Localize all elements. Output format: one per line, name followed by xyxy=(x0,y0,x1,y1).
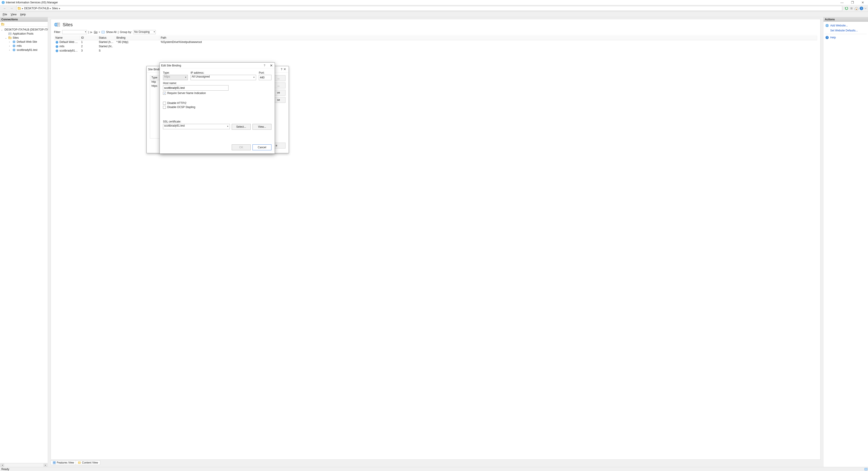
dialog-close-button[interactable]: ✕ xyxy=(268,63,275,68)
site-row[interactable]: scottbrady91.test 3 S xyxy=(54,49,817,53)
window-close-button[interactable]: ✕ xyxy=(858,0,868,5)
globe-icon xyxy=(12,48,16,52)
window-maximize-button[interactable]: ❐ xyxy=(847,0,858,5)
groupby-select[interactable]: No Grouping xyxy=(133,30,156,34)
tree-site-mtls[interactable]: › mtls xyxy=(1,44,47,48)
col-status[interactable]: Status xyxy=(97,36,115,40)
port-input[interactable] xyxy=(259,75,272,80)
col-id[interactable]: ID xyxy=(80,36,97,40)
page-title: Sites xyxy=(63,22,72,27)
actions-panel: Actions Add Website... Set Website Defau… xyxy=(823,17,868,467)
site-row[interactable]: Default Web Site 1 Started (ht... *:80 (… xyxy=(54,40,817,44)
tree-sites[interactable]: ⌄ Sites xyxy=(1,36,47,40)
connections-folder-icon[interactable] xyxy=(1,22,4,26)
tab-features-view[interactable]: Features View xyxy=(51,460,76,465)
cancel-button[interactable]: Cancel xyxy=(252,145,272,150)
tree-site-label: scottbrady91.test xyxy=(17,49,37,52)
svg-rect-32 xyxy=(55,463,56,464)
ssl-select-button[interactable]: Select... xyxy=(232,124,251,130)
hostname-input[interactable] xyxy=(163,85,228,91)
nav-forward-button[interactable]: → xyxy=(8,6,15,11)
action-label: Set Website Defaults... xyxy=(830,29,858,32)
action-help[interactable]: ? Help xyxy=(825,35,867,40)
dialog-help-button[interactable]: ? xyxy=(281,68,282,71)
globe-icon xyxy=(55,45,59,48)
nav-help-dropdown-icon[interactable] xyxy=(864,6,867,10)
scroll-right-button[interactable]: ▸ xyxy=(43,464,47,467)
expander-icon[interactable]: ⌄ xyxy=(1,29,3,31)
show-all-button[interactable]: Show All xyxy=(106,31,116,34)
tab-label: Content View xyxy=(82,461,98,464)
filter-input[interactable] xyxy=(62,30,87,34)
svg-rect-8 xyxy=(1,23,3,24)
menu-bar: File View Help xyxy=(0,12,868,17)
status-text: Ready xyxy=(1,467,9,471)
type-label: Type: xyxy=(163,71,188,74)
filter-go-dropdown-icon[interactable]: ▾ xyxy=(99,31,100,34)
breadcrumb[interactable]: ▸ DESKTOP-ITA7HLB ▸ Sites ▸ xyxy=(16,6,842,11)
expander-icon[interactable]: ⌄ xyxy=(5,37,7,39)
menu-view[interactable]: View xyxy=(9,12,18,17)
groupby-label: Group by: xyxy=(120,31,132,34)
menu-file[interactable]: File xyxy=(1,12,8,17)
sni-checkbox-row[interactable]: ✓ Require Server Name Indication xyxy=(163,92,272,95)
workspace: Connections ⌄ DESKTOP-ITA7HLB (DESKTOP-I… xyxy=(0,17,868,467)
ip-address-select[interactable]: All Unassigned xyxy=(191,75,256,80)
action-add-website[interactable]: Add Website... xyxy=(825,23,867,28)
tree-hscroll[interactable]: ◂ ▸ xyxy=(0,463,48,467)
nav-home-icon[interactable] xyxy=(855,6,859,10)
nav-back-button[interactable]: ← xyxy=(1,6,8,11)
ssl-cert-label: SSL certificate: xyxy=(163,120,181,123)
dialog-titlebar[interactable]: Edit Site Binding ? ✕ xyxy=(160,63,275,68)
menu-help[interactable]: Help xyxy=(19,12,27,17)
svg-point-27 xyxy=(56,45,58,48)
status-config-icon[interactable] xyxy=(864,467,868,471)
site-path xyxy=(159,44,817,49)
dialog-close-button[interactable]: ✕ xyxy=(282,67,287,72)
connections-toolbar xyxy=(0,22,48,27)
tree-app-pools-label: Application Pools xyxy=(13,32,33,35)
site-id: 2 xyxy=(80,44,97,49)
col-path[interactable]: Path xyxy=(159,36,817,40)
dialog-title: Site Bindi xyxy=(148,68,160,71)
breadcrumb-sep-icon: ▸ xyxy=(59,7,60,10)
breadcrumb-sites[interactable]: Sites xyxy=(51,7,59,10)
action-set-defaults[interactable]: Set Website Defaults... xyxy=(825,28,867,33)
tree-app-pools[interactable]: Application Pools xyxy=(1,32,47,36)
breadcrumb-host[interactable]: DESKTOP-ITA7HLB xyxy=(23,7,50,10)
disable-http2-checkbox[interactable] xyxy=(163,102,166,105)
disable-ocsp-row[interactable]: Disable OCSP Stapling xyxy=(163,105,272,109)
ssl-view-button[interactable]: View... xyxy=(252,124,272,130)
window-minimize-button[interactable]: — xyxy=(837,0,847,5)
sni-checkbox[interactable]: ✓ xyxy=(163,92,166,95)
globe-icon xyxy=(12,44,16,48)
port-label: Port: xyxy=(259,71,272,74)
disable-http2-row[interactable]: Disable HTTP/2 xyxy=(163,101,272,105)
tree-site-scottbrady[interactable]: › scottbrady91.test xyxy=(1,48,47,52)
col-binding[interactable]: Binding xyxy=(115,36,159,40)
ssl-cert-select[interactable]: scottbrady91.test xyxy=(163,124,230,129)
status-bar: Ready xyxy=(0,467,868,471)
col-name[interactable]: Name xyxy=(54,36,80,40)
disable-ocsp-checkbox[interactable] xyxy=(163,106,166,109)
connections-tree[interactable]: ⌄ DESKTOP-ITA7HLB (DESKTOP-ITA Applicati… xyxy=(0,27,48,463)
tree-root-node[interactable]: ⌄ DESKTOP-ITA7HLB (DESKTOP-ITA xyxy=(1,28,47,32)
expander-icon[interactable]: › xyxy=(9,41,11,43)
svg-rect-24 xyxy=(58,25,59,26)
nav-refresh-button[interactable] xyxy=(844,6,848,10)
expander-icon[interactable]: › xyxy=(9,49,11,51)
dialog-title: Edit Site Binding xyxy=(161,63,181,68)
help-icon: ? xyxy=(825,36,829,39)
site-row[interactable]: mtls 2 Started (ht.. xyxy=(54,44,817,49)
svg-point-12 xyxy=(9,33,9,34)
filter-go-button[interactable]: Go xyxy=(94,31,97,34)
tab-content-view[interactable]: Content View xyxy=(76,460,100,465)
col-type[interactable]: Type xyxy=(150,75,159,80)
scroll-left-button[interactable]: ◂ xyxy=(0,464,4,467)
expander-icon[interactable]: › xyxy=(9,45,11,47)
tree-site-default[interactable]: › Default Web Site xyxy=(1,40,47,44)
ok-button[interactable]: OK xyxy=(232,145,251,150)
nav-help-button[interactable]: ? xyxy=(860,6,864,10)
dialog-help-button[interactable]: ? xyxy=(261,63,268,68)
nav-stop-icon[interactable] xyxy=(849,6,854,10)
